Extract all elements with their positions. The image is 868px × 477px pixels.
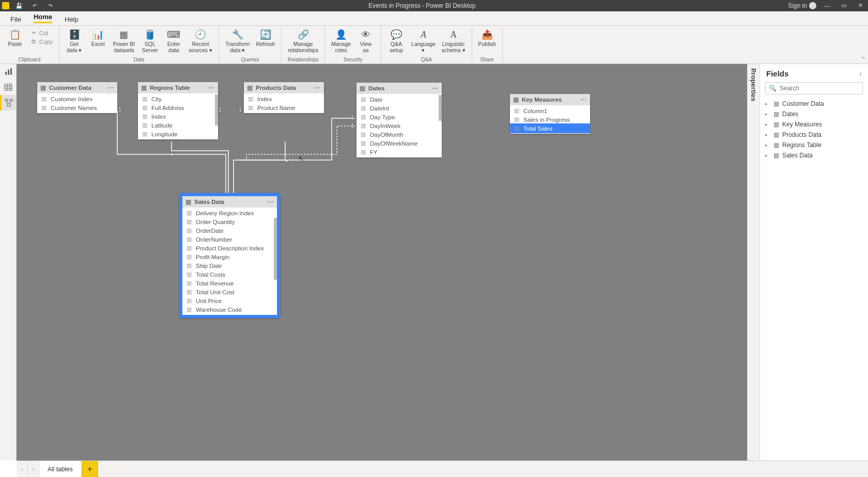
page-tab-all-tables[interactable]: All tables [39,461,82,477]
collapse-ribbon-icon[interactable]: ⌃ [861,56,866,63]
undo-icon[interactable]: ↶ [29,3,40,9]
more-icon[interactable]: ⋯ [580,96,587,103]
redo-icon[interactable]: ↷ [44,3,56,9]
signin-link[interactable]: Sign in [788,2,816,10]
field-dayofmonth[interactable]: ▥DayOfMonth [357,130,442,139]
expand-icon[interactable]: ▸ [765,122,770,127]
expand-icon[interactable]: ▸ [765,153,770,158]
fields-table-dates[interactable]: ▸▦Dates [760,109,868,119]
field-profit-margin[interactable]: ▥Profit Margin [182,252,277,261]
tab-file[interactable]: File [4,12,27,25]
table-customer-data[interactable]: ▦Customer Data⋯ ▥Customer Index▥Customer… [37,82,117,113]
excel-button[interactable]: 📊Excel [87,27,109,49]
save-icon[interactable]: 💾 [13,3,25,9]
field-full-address[interactable]: ▥Full Address [138,103,218,112]
manage-roles-button[interactable]: 👤Manage roles [329,27,353,54]
table-key-measures[interactable]: ▦Key Measures⋯ ▥Column1▥Sales in Progres… [510,94,590,134]
properties-pane-collapsed[interactable]: ‹ Properties [747,64,760,460]
linguistic-schema-button[interactable]: ALinguistic schema ▾ [440,27,468,54]
field-day-type[interactable]: ▥Day Type [357,113,442,121]
model-canvas[interactable]: 1 1 1 1 1 ▸ ◂ ▦Customer Data⋯ ▥Customer … [17,64,747,460]
scrollbar[interactable] [274,218,277,280]
refresh-button[interactable]: 🔄Refresh [254,27,277,49]
chevron-left-icon[interactable]: ‹ [751,67,753,75]
field-ship-date[interactable]: ▥Ship Date [182,261,277,270]
manage-relationships-button[interactable]: 🔗Manage relationships [286,27,320,54]
table-dates[interactable]: ▦Dates⋯ ▥Date▥DateInt▥Day Type▥DayInWeek… [357,83,442,157]
tab-help[interactable]: Help [58,12,85,25]
more-icon[interactable]: ⋯ [432,85,439,92]
scrollbar[interactable] [439,95,442,121]
field-customer-names[interactable]: ▥Customer Names [37,103,117,112]
model-view-button[interactable] [0,95,16,110]
pbi-datasets-button[interactable]: ▦Power BI datasets [111,27,137,54]
copy-button[interactable]: ⧉Copy [28,38,55,45]
field-orderdate[interactable]: ▥OrderDate [182,226,277,235]
field-total-unit-cost[interactable]: ▥Total Unit Cost [182,288,277,296]
expand-icon[interactable]: ▸ [765,101,770,106]
field-delivery-region-index[interactable]: ▥Delivery Region Index [182,209,277,217]
table-sales-data[interactable]: ▦Sales Data⋯ ▥Delivery Region Index▥Orde… [179,193,280,318]
fields-table-sales-data[interactable]: ▸▦Sales Data [760,150,868,161]
field-product-name[interactable]: ▥Product Name [244,103,324,112]
field-dayinweek[interactable]: ▥DayInWeek [357,121,442,130]
field-column1[interactable]: ▥Column1 [510,106,590,115]
table-products[interactable]: ▦Products Data⋯ ▥Index▥Product Name [244,82,324,113]
more-icon[interactable]: ⋯ [107,84,114,91]
field-fy[interactable]: ▥FY [357,148,442,156]
field-total-costs[interactable]: ▥Total Costs [182,270,277,279]
publish-button[interactable]: 📤Publish [476,27,498,49]
paste-button[interactable]: 📋Paste [4,27,26,49]
more-icon[interactable]: ⋯ [208,84,215,91]
qa-setup-button[interactable]: 💬Q&A setup [385,27,407,54]
language-button[interactable]: ALanguage ▾ [409,27,438,54]
fields-table-customer-data[interactable]: ▸▦Customer Data [760,99,868,109]
search-input[interactable] [780,85,859,92]
field-sales-in-progress[interactable]: ▥Sales in Progress [510,115,590,124]
field-unit-price[interactable]: ▥Unit Price [182,296,277,305]
tab-home[interactable]: Home [27,10,58,25]
cut-button[interactable]: ✂Cut [28,29,55,37]
field-customer-index[interactable]: ▥Customer Index [37,94,117,103]
field-longitude[interactable]: ▥Longitude [138,130,218,138]
transform-data-button[interactable]: 🔧Transform data ▾ [223,27,252,54]
scrollbar[interactable] [215,94,218,125]
enter-data-button[interactable]: ⌨Enter data [163,27,184,54]
field-total-revenue[interactable]: ▥Total Revenue [182,279,277,288]
field-city[interactable]: ▥City [138,94,218,103]
field-total-sales[interactable]: ▥Total Sales [510,123,590,133]
chevron-right-icon[interactable]: › [859,70,862,78]
field-index[interactable]: ▥Index [244,94,324,103]
report-view-button[interactable] [0,64,16,80]
field-ordernumber[interactable]: ▥OrderNumber [182,235,277,244]
fields-table-regions-table[interactable]: ▸▦Regions Table [760,140,868,150]
next-page-button[interactable]: › [28,461,39,477]
field-warehouse-code[interactable]: ▥Warehouse Code [182,305,277,314]
field-index[interactable]: ▥Index [138,112,218,121]
close-icon[interactable]: ✕ [855,2,866,9]
field-date[interactable]: ▥Date [357,95,442,104]
table-regions[interactable]: ▦Regions Table⋯ ▥City▥Full Address▥Index… [138,82,218,139]
field-order-quantity[interactable]: ▥Order Quantity [182,217,277,226]
get-data-button[interactable]: 🗄️Get data ▾ [64,27,85,54]
recent-sources-button[interactable]: 🕘Recent sources ▾ [187,27,214,54]
expand-icon[interactable]: ▸ [765,142,770,148]
view-as-button[interactable]: 👁View as [355,27,377,54]
data-view-button[interactable] [0,80,16,95]
field-dayofweekname[interactable]: ▥DayOfWeekName [357,139,442,148]
field-latitude[interactable]: ▥Latitude [138,121,218,130]
add-page-button[interactable]: + [82,461,98,477]
fields-table-products-data[interactable]: ▸▦Products Data [760,130,868,140]
expand-icon[interactable]: ▸ [765,132,770,137]
fields-search[interactable]: 🔍 [765,82,863,94]
more-icon[interactable]: ⋯ [267,198,274,205]
field-dateint[interactable]: ▥DateInt [357,104,442,113]
prev-page-button[interactable]: ‹ [17,461,28,477]
minimize-icon[interactable]: — [822,3,833,9]
expand-icon[interactable]: ▸ [765,112,770,117]
fields-table-key-measures[interactable]: ▸▦Key Measures [760,119,868,130]
more-icon[interactable]: ⋯ [314,84,321,91]
field-product-description-index[interactable]: ▥Product Description Index [182,244,277,252]
restore-icon[interactable]: ▭ [838,2,849,9]
sql-server-button[interactable]: 🛢️SQL Server [139,27,161,54]
